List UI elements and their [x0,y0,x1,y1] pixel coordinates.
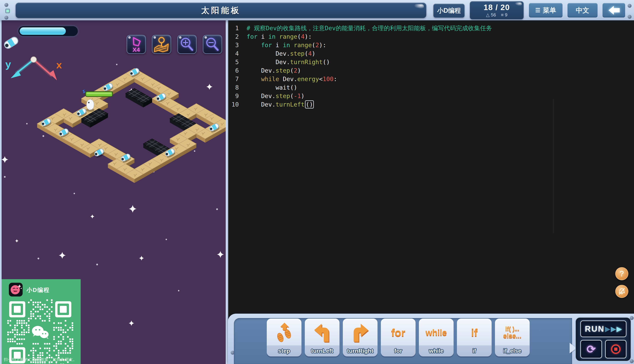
block-label-band: if [457,346,492,356]
code-token: Dev. [247,50,290,57]
lines-count-stat: ≡ 9 [501,12,507,18]
text-cursor: () [305,100,314,108]
code-line: 8 wait() [228,83,634,92]
block-while[interactable]: whilewhile [419,318,454,356]
qr-caption: 扫一扫上面的二维码图案，加我为朋友。 [0,357,81,362]
block-label: if [472,348,476,354]
back-button[interactable] [602,3,625,18]
iso-map [37,68,226,183]
energy-bar [19,26,78,36]
code-editor[interactable]: 1# 观察Dev的收集路线，注意Dev的能量消耗，合理的利用太阳能板，编写代码完… [228,20,634,364]
code-token: step [276,67,290,74]
block-if[interactable]: ifif [457,318,492,356]
energy-bar-fill [20,28,66,35]
frame-left-edge [0,20,2,364]
code-token: : [334,76,337,82]
code-text: Dev.turnRight() [242,58,330,66]
reset-button[interactable]: ⟳ [580,340,602,358]
code-line: 2for i in range(4): [228,32,634,41]
code-token: ) [301,92,304,100]
code-token: 100 [323,76,334,82]
cube-icon: △ [486,12,489,18]
minimap-button[interactable] [152,35,171,54]
block-if_else[interactable]: if( )...else...if_else [495,318,530,356]
code-token: for [247,33,257,40]
energy-flag-icon [82,90,86,94]
code-token: ): [305,33,312,40]
bell-slash-icon [618,288,626,295]
level-title-bar: 太阳能板 [16,3,426,18]
editor-scrollbar[interactable] [553,99,554,233]
code-token: Dev. [247,58,290,66]
code-token: ) [297,67,301,74]
back-arrow-icon [606,5,621,16]
block-label: step [278,348,290,354]
run-button[interactable]: RUN ▶ ▶ ▶ [580,320,626,337]
code-token: 4 [308,50,312,57]
axis-indicator: y x [5,57,62,80]
game-viewport[interactable]: y x X4 [0,20,226,364]
if-icon: if [471,320,478,345]
code-token: ( [290,67,294,74]
line-number: 10 [228,100,242,109]
line-number: 7 [228,75,242,83]
code-token [247,42,261,48]
app-name-button[interactable]: 小D编程 [433,4,465,18]
block-label-band: turnLeft [305,346,340,356]
stop-button[interactable] [605,340,626,358]
led-decoration [5,9,10,13]
while-icon: while [426,320,447,345]
block-turnLeft[interactable]: turnLeft [305,318,340,356]
code-token: Dev. [247,67,276,74]
blocks-tray: step turnLeft turnRightforforwhilewhilei… [234,318,572,364]
zoom-out-button[interactable] [203,35,222,54]
level-title: 太阳能板 [201,5,241,16]
line-number: 1 [228,24,242,32]
code-token: in [283,42,290,48]
zoom-in-button[interactable] [177,35,197,54]
menu-button[interactable]: ☰ 菜单 [529,3,562,18]
code-token: # 观察Dev的收集路线，注意Dev的能量消耗，合理的利用太阳能板，编写代码完成… [247,24,492,32]
code-token: Dev. [247,101,276,108]
code-token: Dev. [247,92,276,100]
code-token: step [290,50,305,57]
code-line: 4 Dev.step(4) [228,49,634,58]
code-text: # 观察Dev的收集路线，注意Dev的能量消耗，合理的利用太阳能板，编写代码完成… [242,24,492,32]
speed-button[interactable]: X4 [127,35,146,54]
code-token [247,76,261,82]
code-token: 2 [294,67,297,74]
code-text: Dev.step(2) [242,66,301,75]
screw-decoration [630,316,634,320]
lines-icon: ≡ [501,12,504,18]
battery-icon [2,31,21,54]
block-turnRight[interactable]: turnRight [343,318,378,356]
line-number: 2 [228,32,242,41]
code-token: i [257,33,268,40]
block-label: if_else [503,348,521,354]
block-label-band: for [381,346,416,356]
hint-mute-button[interactable] [615,285,628,298]
code-text: Dev.step(4) [242,49,315,58]
block-label: while [429,348,444,354]
question-icon: ? [619,269,624,278]
code-token: Dev. [279,76,297,82]
collect-progress-panel: 18 / 20 △ 56 ≡ 9 [470,1,524,19]
blocks-scroll[interactable]: step turnLeft turnRightforforwhilewhilei… [267,318,530,356]
code-line: 5 Dev.turnRight() [228,58,634,66]
block-for[interactable]: forfor [381,318,416,356]
code-line: 1# 观察Dev的收集路线，注意Dev的能量消耗，合理的利用太阳能板，编写代码完… [228,24,634,32]
block-label-band: step [267,346,301,356]
language-button[interactable]: 中文 [567,3,597,18]
x-axis-label: x [56,59,62,70]
run-control-panel: RUN ▶ ▶ ▶ ⟳ [575,317,631,361]
help-button[interactable]: ? [615,267,628,280]
block-label-band: while [419,346,454,356]
for-icon: for [391,320,405,345]
screw-decoration [628,15,631,19]
panel-divider [226,20,228,364]
code-token [290,42,294,48]
code-token: wait() [247,84,297,91]
block-step[interactable]: step [267,318,301,356]
screw-decoration [5,16,8,20]
code-token: () [323,58,330,66]
